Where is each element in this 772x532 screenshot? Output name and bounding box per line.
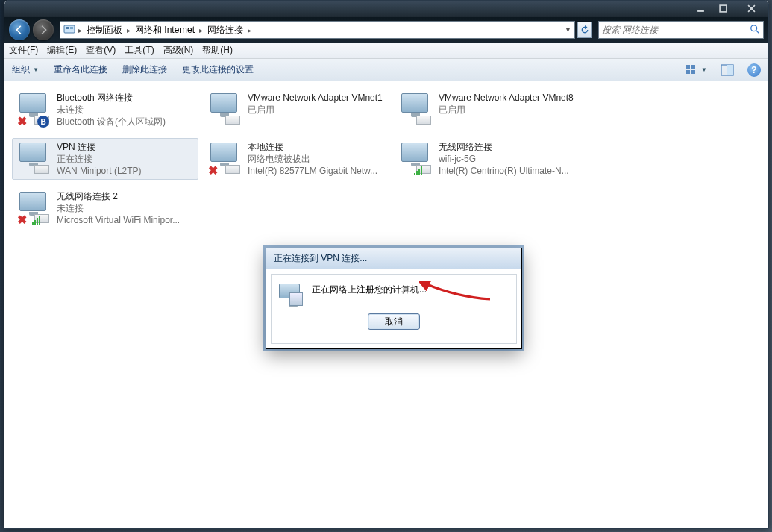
menu-tools[interactable]: 工具(T) xyxy=(125,44,154,57)
back-button[interactable] xyxy=(9,19,30,40)
change-settings-button[interactable]: 更改此连接的设置 xyxy=(182,63,254,76)
command-toolbar: 组织 ▼ 重命名此连接 删除此连接 更改此连接的设置 ▼ ? xyxy=(4,59,768,81)
connection-status: wifi-jc-5G xyxy=(439,153,569,165)
dialog-title[interactable]: 正在连接到 VPN 连接... xyxy=(266,248,521,269)
connection-icon xyxy=(398,92,433,126)
chevron-right-icon: ▸ xyxy=(248,26,251,34)
svg-point-5 xyxy=(751,25,757,31)
organize-button[interactable]: 组织 ▼ xyxy=(12,63,39,76)
menu-file[interactable]: 文件(F) xyxy=(9,44,38,57)
svg-rect-9 xyxy=(691,70,695,74)
connection-item[interactable]: VPN 连接正在连接WAN Miniport (L2TP) xyxy=(12,138,198,180)
connection-item[interactable]: 无线网络连接wifi-jc-5GIntel(R) Centrino(R) Ult… xyxy=(394,138,580,180)
signal-bars-icon xyxy=(31,214,42,225)
connection-name: VMware Network Adapter VMnet8 xyxy=(439,92,574,104)
x-icon: ✖ xyxy=(207,165,218,175)
svg-rect-0 xyxy=(697,10,704,11)
connection-item[interactable]: ✖BBluetooth 网络连接未连接Bluetooth 设备(个人区域网) xyxy=(12,89,198,131)
cancel-button[interactable]: 取消 xyxy=(368,313,420,330)
connection-name: VMware Network Adapter VMnet1 xyxy=(248,92,383,104)
connection-icon xyxy=(207,92,242,126)
chevron-right-icon: ▸ xyxy=(127,26,131,34)
connection-item[interactable]: ✖无线网络连接 2未连接Microsoft Virtual WiFi Minip… xyxy=(12,187,198,229)
connection-device: Intel(R) 82577LM Gigabit Netw... xyxy=(248,165,377,177)
x-icon: ✖ xyxy=(16,214,27,225)
connection-item[interactable]: ✖本地连接网络电缆被拔出Intel(R) 82577LM Gigabit Net… xyxy=(203,138,389,180)
chevron-right-icon: ▸ xyxy=(199,26,203,34)
svg-rect-8 xyxy=(686,70,690,74)
connection-name: Bluetooth 网络连接 xyxy=(57,92,166,104)
breadcrumb-item[interactable]: 控制面板 xyxy=(85,24,124,37)
connection-status: 未连接 xyxy=(57,202,180,214)
control-panel-icon xyxy=(63,24,75,36)
chevron-down-icon: ▼ xyxy=(701,66,707,73)
connection-device: Bluetooth 设备(个人区域网) xyxy=(57,116,166,128)
search-box[interactable] xyxy=(598,21,764,39)
x-icon: ✖ xyxy=(16,116,27,126)
breadcrumb-item[interactable]: 网络连接 xyxy=(206,24,245,37)
connection-status: 已启用 xyxy=(248,104,383,116)
connection-device: Microsoft Virtual WiFi Minipor... xyxy=(57,214,180,226)
connection-item[interactable]: VMware Network Adapter VMnet8已启用 xyxy=(394,89,580,131)
connection-device: WAN Miniport (L2TP) xyxy=(57,165,142,177)
search-icon[interactable] xyxy=(750,24,760,37)
menu-help[interactable]: 帮助(H) xyxy=(202,44,233,57)
rename-connection-button[interactable]: 重命名此连接 xyxy=(54,63,107,76)
address-bar[interactable]: ▸ 控制面板 ▸ 网络和 Internet ▸ 网络连接 ▸ ▼ xyxy=(60,21,575,39)
connection-name: 无线网络连接 2 xyxy=(57,190,180,202)
connection-status: 未连接 xyxy=(57,104,166,116)
signal-bars-icon xyxy=(413,165,424,175)
breadcrumb-item[interactable]: 网络和 Internet xyxy=(134,24,196,37)
chevron-down-icon: ▼ xyxy=(33,66,39,73)
svg-rect-3 xyxy=(66,27,69,29)
dialog-message: 正在网络上注册您的计算机... xyxy=(312,284,427,296)
connection-name: VPN 连接 xyxy=(57,141,142,153)
connection-status: 网络电缆被拔出 xyxy=(248,153,377,165)
connection-icon: ✖B xyxy=(16,92,51,126)
connection-status: 正在连接 xyxy=(57,153,142,165)
nav-bar: ▸ 控制面板 ▸ 网络和 Internet ▸ 网络连接 ▸ ▼ xyxy=(4,17,768,43)
refresh-button[interactable] xyxy=(577,22,592,38)
preview-pane-button[interactable] xyxy=(721,63,734,77)
connecting-dialog: 正在连接到 VPN 连接... 正在网络上注册您的计算机... 取消 xyxy=(266,248,522,349)
search-input[interactable] xyxy=(602,25,750,35)
address-dropdown-icon[interactable]: ▼ xyxy=(565,26,571,34)
titlebar[interactable] xyxy=(4,1,768,17)
svg-rect-11 xyxy=(727,65,733,75)
delete-connection-button[interactable]: 删除此连接 xyxy=(122,63,167,76)
network-icon xyxy=(279,284,304,309)
chevron-right-icon: ▸ xyxy=(78,26,82,34)
help-button[interactable]: ? xyxy=(747,63,761,77)
svg-rect-6 xyxy=(686,65,690,69)
menu-edit[interactable]: 编辑(E) xyxy=(47,44,77,57)
connection-icon: ✖ xyxy=(207,141,242,175)
close-button[interactable] xyxy=(734,1,768,16)
svg-rect-4 xyxy=(70,27,73,29)
menu-view[interactable]: 查看(V) xyxy=(86,44,116,57)
connection-icon xyxy=(16,141,51,175)
menu-bar: 文件(F) 编辑(E) 查看(V) 工具(T) 高级(N) 帮助(H) xyxy=(4,43,768,59)
connection-status: 已启用 xyxy=(439,104,574,116)
connection-item[interactable]: VMware Network Adapter VMnet1已启用 xyxy=(203,89,389,131)
maximize-button[interactable] xyxy=(712,1,734,16)
svg-rect-7 xyxy=(691,65,695,69)
svg-rect-1 xyxy=(720,5,727,12)
connection-icon xyxy=(398,141,433,175)
forward-button[interactable] xyxy=(33,19,54,40)
connection-device: Intel(R) Centrino(R) Ultimate-N... xyxy=(439,165,569,177)
connection-name: 本地连接 xyxy=(248,141,377,153)
bluetooth-icon: B xyxy=(37,116,49,128)
minimize-button[interactable] xyxy=(689,1,712,16)
connection-icon: ✖ xyxy=(16,190,51,225)
menu-advanced[interactable]: 高级(N) xyxy=(163,44,194,57)
views-button[interactable] xyxy=(685,63,698,77)
connection-name: 无线网络连接 xyxy=(439,141,569,153)
